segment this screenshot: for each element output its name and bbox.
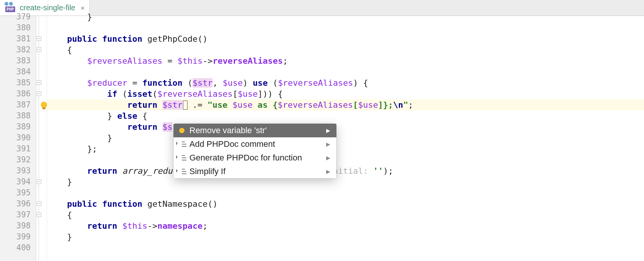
submenu-arrow-icon: ▶ [326,168,330,175]
line-number: 398 [0,220,36,231]
intention-action-icon [178,140,186,148]
intention-item-label: Add PHPDoc comment [189,139,275,149]
code-line[interactable] [47,242,644,253]
code-line[interactable] [47,66,644,77]
code-line[interactable]: public function getNamespace() [47,198,644,209]
intention-menu[interactable]: Remove variable 'str'▶Add PHPDoc comment… [174,124,336,178]
editor: 3793803813823833843853863873883893903913… [0,16,644,261]
code-line[interactable]: } [47,132,644,143]
intention-item[interactable]: Add PHPDoc comment▶ [174,137,336,151]
submenu-arrow-icon: ▶ [326,127,330,134]
code-line[interactable]: return $s [47,121,644,132]
code-area[interactable]: } public function getPhpCode() { $revers… [47,16,644,261]
intention-item-label: Simplify If [189,167,225,176]
intention-item[interactable]: Generate PHPDoc for function▶ [174,151,336,165]
fold-toggle[interactable]: − [37,80,41,85]
code-line[interactable] [47,154,644,165]
line-number: 400 [0,242,36,253]
code-line[interactable]: { [47,209,644,220]
line-number: 393 [0,165,36,176]
submenu-arrow-icon: ▶ [326,141,330,147]
intention-item[interactable]: Simplify If▶ [174,165,336,178]
line-number: 381 [0,33,36,44]
code-line[interactable] [47,22,644,33]
code-line[interactable] [47,187,644,198]
line-number: 379 [0,11,36,22]
fold-toggle[interactable]: − [37,212,41,217]
code-line[interactable]: } [47,11,644,22]
line-number: 395 [0,187,36,198]
line-number: 386 [0,88,36,99]
line-number: 383 [0,55,36,66]
code-line[interactable]: $reverseAliases = $this->reverseAliases; [47,55,644,66]
tab-name: create-single-file [20,3,75,12]
intention-action-icon [178,154,186,162]
line-number: 396 [0,198,36,209]
fold-toggle[interactable]: − [37,47,41,52]
code-line[interactable]: return array_reduce($this->getList(), $r… [47,165,644,176]
line-number: 382 [0,44,36,55]
line-number: 394 [0,176,36,187]
code-line[interactable]: } [47,231,644,242]
text-caret [183,101,188,110]
line-number: 390 [0,132,36,143]
line-number: 389 [0,121,36,132]
code-line[interactable]: public function getPhpCode() [47,33,644,44]
line-number: 392 [0,154,36,165]
line-number: 387 [0,99,36,110]
fold-toggle[interactable]: − [37,179,41,184]
line-number: 391 [0,143,36,154]
php-file-icon: PHP [4,4,17,12]
intention-item[interactable]: Remove variable 'str'▶ [174,124,336,137]
code-line[interactable]: return $this->namespace; [47,220,644,231]
intention-item-label: Remove variable 'str' [189,126,267,135]
fold-toggle[interactable]: − [37,91,41,96]
line-number: 380 [0,22,36,33]
close-icon[interactable]: × [81,4,85,12]
code-line[interactable]: return $str .= "use $use as {$reverseAli… [47,99,644,110]
code-line[interactable]: { [47,44,644,55]
line-number: 399 [0,231,36,242]
line-number: 384 [0,66,36,77]
code-line[interactable]: } [47,176,644,187]
line-number: 385 [0,77,36,88]
intention-bulb-icon[interactable] [41,102,47,108]
code-line[interactable]: if (isset($reverseAliases[$use])) { [47,88,644,99]
line-number: 397 [0,209,36,220]
intention-item-label: Generate PHPDoc for function [189,153,302,163]
submenu-arrow-icon: ▶ [326,155,330,161]
fold-toggle[interactable]: − [37,36,41,41]
fold-toggle[interactable]: − [37,201,41,206]
bulb-icon [178,127,186,134]
intention-action-icon [178,168,186,175]
code-line[interactable]: } else { [47,110,644,121]
code-line[interactable]: }; [47,143,644,154]
code-line[interactable]: $reducer = function ($str, $use) use ($r… [47,77,644,88]
line-number: 388 [0,110,36,121]
fold-column: −−−−−−− [36,16,47,261]
line-number-gutter: 3793803813823833843853863873883893903913… [0,16,36,261]
